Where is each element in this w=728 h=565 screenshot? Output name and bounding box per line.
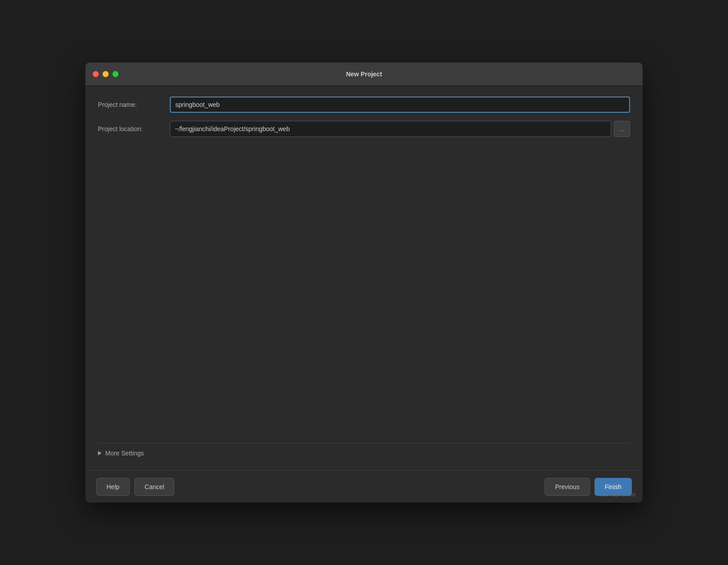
- project-location-input[interactable]: [170, 121, 611, 137]
- title-bar: New Project: [85, 62, 643, 86]
- project-location-label: Project location:: [98, 125, 170, 132]
- more-settings-row[interactable]: More Settings: [98, 443, 630, 463]
- more-settings-label: More Settings: [105, 450, 144, 457]
- window-title: New Project: [346, 71, 382, 78]
- previous-button[interactable]: Previous: [545, 478, 590, 496]
- minimize-button[interactable]: [102, 71, 109, 77]
- project-location-row: Project location: ...: [98, 121, 630, 137]
- dialog-footer: Help Cancel Previous Finish: [85, 470, 643, 503]
- watermark: CSDN @冯insist: [599, 491, 635, 498]
- project-name-input[interactable]: [170, 97, 630, 113]
- dialog-content: Project name: Project location: ... More…: [85, 86, 643, 470]
- expand-icon: [98, 451, 102, 455]
- browse-button[interactable]: ...: [614, 121, 630, 137]
- cancel-button[interactable]: Cancel: [134, 478, 175, 496]
- help-button[interactable]: Help: [96, 478, 130, 496]
- maximize-button[interactable]: [112, 71, 119, 77]
- project-name-row: Project name:: [98, 97, 630, 113]
- new-project-dialog: New Project Project name: Project locati…: [85, 62, 643, 503]
- main-content-area: [98, 145, 630, 443]
- close-button[interactable]: [93, 71, 99, 77]
- traffic-lights: [93, 71, 119, 77]
- project-name-label: Project name:: [98, 101, 170, 108]
- footer-left-buttons: Help Cancel: [96, 478, 174, 496]
